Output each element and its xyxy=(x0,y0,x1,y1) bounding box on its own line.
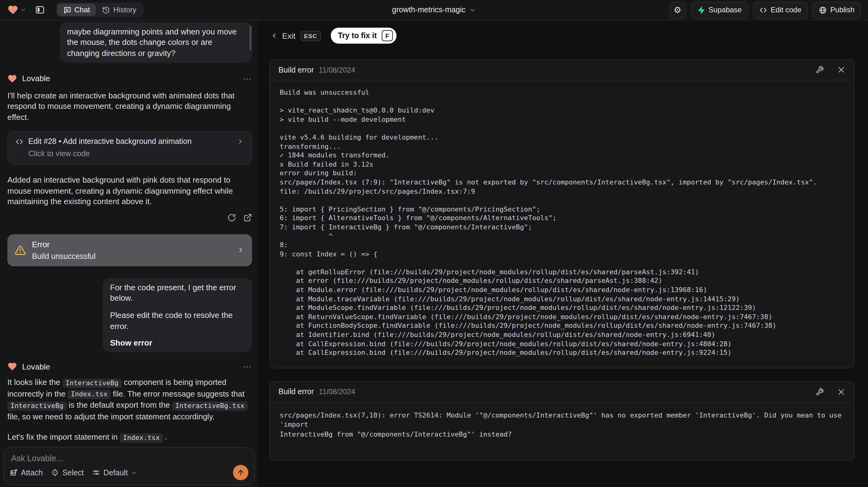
message-actions xyxy=(7,213,252,222)
chat-history-switch: Chat History xyxy=(56,2,144,17)
settings-button[interactable]: ⚙ xyxy=(669,2,686,18)
error-card-title: Error xyxy=(32,240,96,249)
wrench-icon[interactable] xyxy=(816,66,824,74)
select-label: Select xyxy=(62,468,84,477)
message-menu-button[interactable]: ⋯ xyxy=(243,74,252,83)
sliders-icon xyxy=(92,468,100,477)
tab-history[interactable]: History xyxy=(96,4,143,16)
exit-label: Exit xyxy=(282,31,296,40)
warning-triangle-icon xyxy=(15,245,26,256)
build-error-log-card-2: Build error 11/08/2024 src/pages/Index.t… xyxy=(269,381,855,461)
chat-scroll-area[interactable]: maybe diagramming points and when you mo… xyxy=(7,20,252,443)
assistant-message: I'll help create an interactive backgrou… xyxy=(7,90,252,123)
assistant-message-rich: Let's fix the import statement in Index.… xyxy=(7,432,252,443)
show-error-link[interactable]: Show error xyxy=(110,338,152,348)
error-panel: Exit ESC Try to fix it F Build error 11/… xyxy=(258,20,868,487)
assistant-name: Lovable xyxy=(22,362,50,371)
select-button[interactable]: Select xyxy=(51,468,84,477)
error-card-header: Build error 11/08/2024 xyxy=(270,382,854,403)
project-name[interactable]: growth-metrics-magic xyxy=(392,5,466,14)
mode-dropdown[interactable]: Default xyxy=(92,468,137,477)
composer-toolbar: Attach Select Default xyxy=(10,465,248,480)
message-menu-button[interactable]: ⋯ xyxy=(243,363,252,371)
error-card-date: 11/08/2024 xyxy=(319,65,355,74)
panel-left-icon xyxy=(35,5,45,15)
app-window: Chat History growth-metrics-magic ⚙ xyxy=(0,0,868,487)
error-card-title: Build error xyxy=(278,65,314,74)
gear-icon: ⚙ xyxy=(674,5,681,14)
top-bar: Chat History growth-metrics-magic ⚙ xyxy=(0,0,868,20)
code-brackets-icon xyxy=(16,138,23,146)
publish-button[interactable]: Publish xyxy=(812,2,861,18)
globe-icon xyxy=(818,6,827,14)
build-error-log-card-1: Build error 11/08/2024 Build was unsucce… xyxy=(269,59,855,368)
edit-card-28[interactable]: Edit #28 • Add interactive background an… xyxy=(7,131,252,165)
build-error-log: Build was unsuccessful > vite_react_shad… xyxy=(270,81,854,368)
chevron-down-icon xyxy=(131,469,137,476)
top-bar-left: Chat History xyxy=(0,2,144,17)
history-icon xyxy=(102,6,110,14)
supabase-button[interactable]: Supabase xyxy=(691,2,748,18)
edit-code-button[interactable]: Edit code xyxy=(753,2,807,18)
supabase-bolt-icon xyxy=(697,6,705,14)
try-to-fix-button[interactable]: Try to fix it F xyxy=(331,28,396,44)
exit-button[interactable]: Exit xyxy=(271,31,296,40)
assistant-message-rich: It looks like the InteractiveBg componen… xyxy=(7,377,252,422)
chat-input[interactable] xyxy=(11,454,248,463)
build-error-card[interactable]: Error Build unsuccessful xyxy=(7,234,252,266)
chevron-right-icon xyxy=(237,246,245,254)
error-card-date: 11/08/2024 xyxy=(319,388,355,396)
chevron-down-icon xyxy=(20,7,26,13)
error-card-title: Build error xyxy=(278,388,314,396)
image-plus-icon xyxy=(10,468,18,477)
user-message: maybe diagramming points and when you mo… xyxy=(60,22,252,63)
code-brackets-icon xyxy=(759,6,767,14)
edit-code-label: Edit code xyxy=(771,5,801,14)
attach-label: Attach xyxy=(21,468,43,477)
close-icon[interactable] xyxy=(837,66,845,74)
error-card-header: Build error 11/08/2024 xyxy=(270,60,854,81)
chat-scrollbar-thumb[interactable] xyxy=(250,26,251,51)
user-message-line: For the code present, I get the error be… xyxy=(110,282,245,303)
user-message-text: maybe diagramming points and when you mo… xyxy=(67,27,237,58)
external-link-icon[interactable] xyxy=(243,213,252,222)
retry-icon[interactable] xyxy=(227,213,236,222)
lovable-logo-icon xyxy=(7,4,19,16)
tab-chat-label: Chat xyxy=(74,5,90,14)
assistant-header: Lovable ⋯ xyxy=(7,73,252,84)
chat-composer[interactable]: Attach Select Default xyxy=(3,447,255,485)
target-icon xyxy=(51,468,59,477)
user-message: For the code present, I get the error be… xyxy=(103,278,252,353)
edit-card-title: Edit #28 • Add interactive background an… xyxy=(28,138,191,146)
mode-label: Default xyxy=(103,468,128,477)
chat-bubble-icon xyxy=(63,6,71,14)
publish-label: Publish xyxy=(830,5,855,14)
chat-panel: maybe diagramming points and when you mo… xyxy=(0,20,258,487)
user-message-line: Please edit the code to resolve the erro… xyxy=(110,310,245,331)
assistant-name: Lovable xyxy=(22,74,50,83)
attach-button[interactable]: Attach xyxy=(10,468,43,477)
assistant-message: Added an interactive background with pin… xyxy=(7,175,252,207)
send-button[interactable] xyxy=(233,465,248,480)
edit-card-row: Edit #28 • Add interactive background an… xyxy=(16,138,244,146)
sidebar-toggle-button[interactable] xyxy=(33,2,47,17)
lovable-avatar xyxy=(7,74,17,84)
top-bar-right: ⚙ Supabase Edit code Publish xyxy=(669,2,868,18)
build-error-log: src/pages/Index.tsx(7,10): error TS2614:… xyxy=(270,403,854,460)
tab-history-label: History xyxy=(114,5,136,14)
error-card-text: Error Build unsuccessful xyxy=(32,240,96,261)
edit-card-subtitle: Click to view code xyxy=(28,150,244,158)
chevron-right-icon xyxy=(237,138,244,145)
f-key-badge: F xyxy=(382,30,393,41)
close-icon[interactable] xyxy=(837,388,845,396)
supabase-label: Supabase xyxy=(709,5,742,14)
assistant-header: Lovable ⋯ xyxy=(7,361,252,372)
chevron-left-icon xyxy=(271,32,278,39)
tab-chat[interactable]: Chat xyxy=(57,4,96,16)
fix-label: Try to fix it xyxy=(338,31,376,40)
error-card-subtitle: Build unsuccessful xyxy=(32,252,96,261)
wrench-icon[interactable] xyxy=(816,388,824,396)
lovable-logo-menu[interactable] xyxy=(7,4,26,16)
esc-key-badge: ESC xyxy=(300,30,320,41)
chevron-down-icon xyxy=(469,6,476,13)
